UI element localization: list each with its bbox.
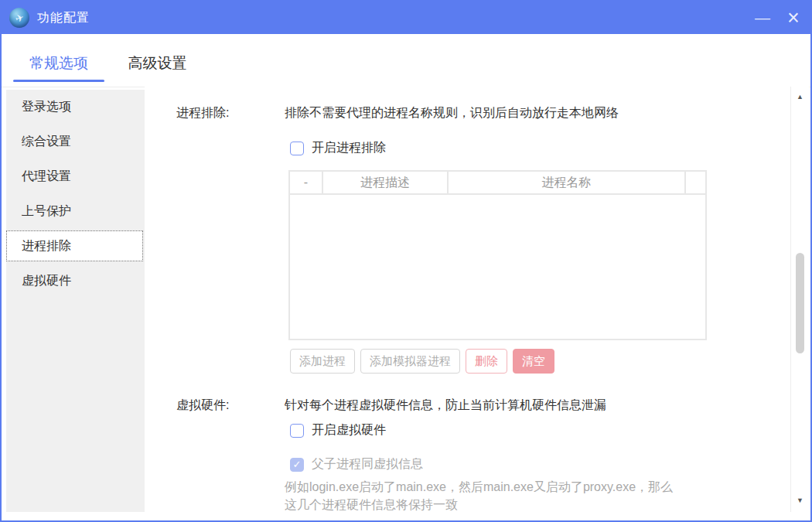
sidebar-item-virtual-hardware[interactable]: 虚拟硬件 bbox=[6, 264, 145, 299]
virtual-hardware-checkbox-row: 开启虚拟硬件 bbox=[290, 422, 386, 438]
child-process-checkbox[interactable]: ✓ bbox=[290, 458, 304, 472]
tab-general-options[interactable]: 常规选项 bbox=[13, 53, 104, 82]
scroll-up-icon: ▲ bbox=[797, 93, 803, 101]
clear-button[interactable]: 清空 bbox=[513, 349, 554, 374]
sidebar-item-proxy-settings[interactable]: 代理设置 bbox=[6, 159, 145, 194]
process-table: - 进程描述 进程名称 bbox=[288, 170, 707, 340]
process-exclusion-checkbox-row: 开启进程排除 bbox=[290, 140, 386, 156]
sidebar-item-general-settings[interactable]: 综合设置 bbox=[6, 125, 145, 159]
tab-general-label: 常规选项 bbox=[29, 55, 88, 71]
child-process-checkbox-row: ✓ 父子进程同虚拟信息 bbox=[290, 456, 423, 473]
process-exclusion-checkbox[interactable] bbox=[290, 142, 304, 155]
help-text-line2: 这几个进程硬件信息将保持一致 bbox=[285, 496, 673, 513]
close-icon: × bbox=[787, 6, 800, 30]
app-icon: ✈ bbox=[9, 8, 29, 28]
child-process-checkbox-label[interactable]: 父子进程同虚拟信息 bbox=[312, 456, 423, 473]
add-process-button[interactable]: 添加进程 bbox=[290, 349, 355, 374]
titlebar: ✈ 功能配置 — × bbox=[2, 2, 810, 34]
virtual-hardware-checkbox-label[interactable]: 开启虚拟硬件 bbox=[312, 422, 386, 438]
delete-button[interactable]: 删除 bbox=[466, 349, 507, 374]
scroll-up-button[interactable]: ▲ bbox=[791, 93, 809, 101]
sidebar-item-account-protection[interactable]: 上号保护 bbox=[6, 194, 145, 229]
sidebar: 登录选项 综合设置 代理设置 上号保护 进程排除 虚拟硬件 bbox=[6, 90, 145, 512]
tab-bar: 常规选项 高级设置 bbox=[2, 34, 810, 87]
column-header-dash: - bbox=[290, 172, 323, 193]
column-header-process-description: 进程描述 bbox=[323, 172, 449, 193]
process-table-header: - 进程描述 进程名称 bbox=[288, 170, 707, 195]
app-glyph-icon: ✈ bbox=[13, 11, 25, 25]
active-tab-underline bbox=[13, 80, 104, 82]
virtual-hardware-description: 针对每个进程虚拟硬件信息，防止当前计算机硬件信息泄漏 bbox=[285, 397, 606, 414]
tab-advanced-settings[interactable]: 高级设置 bbox=[120, 53, 195, 73]
minimize-button[interactable]: — bbox=[747, 2, 778, 34]
scrollbar-thumb[interactable] bbox=[796, 253, 804, 353]
sidebar-item-process-exclusion[interactable]: 进程排除 bbox=[6, 230, 143, 261]
virtual-hardware-help-text: 例如login.exe启动了main.exe，然后main.exe又启动了pro… bbox=[285, 478, 673, 513]
scroll-down-icon: ▼ bbox=[797, 496, 803, 504]
virtual-hardware-checkbox[interactable] bbox=[290, 424, 304, 438]
process-exclusion-description: 排除不需要代理的进程名称规则，识别后自动放行走本地网络 bbox=[285, 105, 619, 121]
process-table-body bbox=[288, 195, 707, 340]
vertical-scrollbar[interactable]: ▲ ▼ bbox=[790, 87, 809, 512]
tab-advanced-label: 高级设置 bbox=[128, 55, 187, 71]
column-header-spacer bbox=[686, 172, 705, 193]
settings-window: ✈ 功能配置 — × 常规选项 高级设置 登录选项 综合设置 代理设置 上号保护… bbox=[0, 0, 812, 522]
sidebar-item-login-options[interactable]: 登录选项 bbox=[6, 90, 145, 125]
close-button[interactable]: × bbox=[778, 2, 809, 34]
scroll-down-button[interactable]: ▼ bbox=[791, 496, 809, 504]
virtual-hardware-label: 虚拟硬件: bbox=[176, 397, 229, 414]
window-title: 功能配置 bbox=[37, 10, 90, 26]
window-controls: — × bbox=[747, 2, 810, 34]
check-icon: ✓ bbox=[293, 459, 302, 470]
process-exclusion-checkbox-label[interactable]: 开启进程排除 bbox=[312, 140, 386, 156]
column-header-process-name: 进程名称 bbox=[449, 172, 686, 193]
process-buttons-row: 添加进程 添加模拟器进程 删除 清空 bbox=[290, 349, 554, 374]
add-emulator-process-button[interactable]: 添加模拟器进程 bbox=[360, 349, 460, 374]
content-panel: 进程排除: 排除不需要代理的进程名称规则，识别后自动放行走本地网络 开启进程排除… bbox=[145, 87, 790, 512]
help-text-line1: 例如login.exe启动了main.exe，然后main.exe又启动了pro… bbox=[285, 478, 673, 496]
process-exclusion-label: 进程排除: bbox=[176, 105, 229, 121]
minimize-icon: — bbox=[755, 9, 770, 27]
